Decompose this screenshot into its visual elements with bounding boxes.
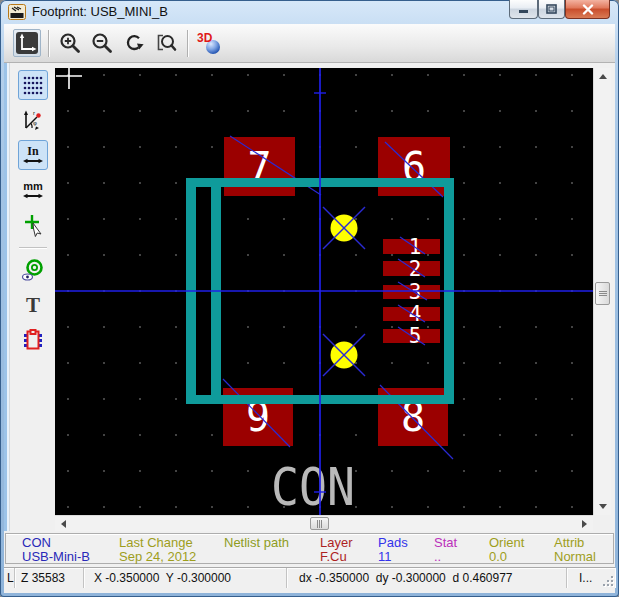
footprint-icon <box>21 328 45 352</box>
grid-dot <box>67 362 68 363</box>
grid-origin-button[interactable] <box>13 29 41 57</box>
grid-dot <box>535 434 536 435</box>
status-cell-relative: dx -0.350000 dy -0.300000 d 0.460977 <box>287 568 567 588</box>
horizontal-scrollbar[interactable] <box>55 515 593 531</box>
pad-number: 4 <box>409 302 422 326</box>
grid-dot <box>103 218 104 219</box>
reference-text[interactable]: CON <box>271 457 355 515</box>
info-label: CON <box>22 535 51 550</box>
editor-canvas[interactable]: 769812345CON <box>55 68 593 515</box>
grid-dot <box>571 362 572 363</box>
grid-dot <box>355 110 356 111</box>
grid-dot <box>499 110 500 111</box>
grid-dot <box>571 110 572 111</box>
zoom-out-button[interactable] <box>88 29 116 57</box>
grid-dot <box>67 470 68 471</box>
sidebar-separator <box>19 247 47 248</box>
info-value: 11 <box>378 549 392 564</box>
minimize-icon <box>519 5 529 14</box>
grid-dot <box>103 182 104 183</box>
redraw-button[interactable] <box>120 29 148 57</box>
units-inch-button[interactable]: In <box>18 140 48 170</box>
grid-dot <box>211 434 212 435</box>
grid-dot <box>247 74 248 75</box>
window-title: Footprint: USB_MINI_B <box>32 0 168 24</box>
grid-dot <box>67 254 68 255</box>
pad-number: 2 <box>409 257 422 281</box>
grid-dot <box>67 218 68 219</box>
grid-dot <box>139 218 140 219</box>
grid-dot <box>175 326 176 327</box>
grid-dot <box>139 110 140 111</box>
minimize-button[interactable] <box>509 0 538 19</box>
vertical-scrollbar[interactable] <box>593 68 611 515</box>
grid-dot <box>391 362 392 363</box>
grid-dot <box>247 110 248 111</box>
grid-dot <box>283 254 284 255</box>
scroll-right-button[interactable] <box>576 516 593 531</box>
polar-coords-icon: r φ <box>21 108 45 132</box>
grid-dot <box>139 74 140 75</box>
horizontal-scroll-thumb[interactable] <box>310 517 329 530</box>
scroll-down-button[interactable] <box>594 498 611 515</box>
grid-dot <box>103 110 104 111</box>
units-inch-icon: In <box>21 143 45 167</box>
status-cell-zoom: Z 35583 <box>15 568 84 588</box>
grid-dot <box>391 110 392 111</box>
grid-dot <box>211 506 212 507</box>
grid-toggle-button[interactable] <box>18 70 48 100</box>
polar-coords-button[interactable]: r φ <box>18 105 48 135</box>
grid-dot <box>571 74 572 75</box>
footprint-viewer-window: Footprint: USB_MINI_B <box>0 0 619 597</box>
canvas-area: 769812345CON <box>55 63 611 531</box>
polar-phi-label: φ <box>33 120 37 126</box>
zoom-fit-button[interactable] <box>152 29 180 57</box>
grid-dot <box>139 146 140 147</box>
grid-dot <box>499 218 500 219</box>
grid-dot <box>175 506 176 507</box>
grid-dot <box>175 74 176 75</box>
cursor-shape-button[interactable] <box>18 210 48 240</box>
scroll-up-button[interactable] <box>594 68 611 85</box>
toolbar-separator <box>48 30 49 57</box>
vertical-scroll-thumb[interactable] <box>595 282 610 305</box>
left-toolbar: r φ In mm <box>4 63 55 531</box>
scroll-left-button[interactable] <box>55 516 72 531</box>
grid-dot <box>535 146 536 147</box>
grid-dot <box>67 182 68 183</box>
grid-dot <box>391 326 392 327</box>
grid-dot <box>427 110 428 111</box>
text-tool-label: T <box>25 293 39 317</box>
grid-dot <box>283 218 284 219</box>
units-in-label: In <box>27 144 39 158</box>
maximize-button[interactable] <box>538 0 565 19</box>
units-mm-button[interactable]: mm <box>18 175 48 205</box>
zoom-in-button[interactable] <box>56 29 84 57</box>
grid-dot <box>499 362 500 363</box>
grid-dot <box>139 254 140 255</box>
grid-dot <box>535 398 536 399</box>
grid-dot <box>355 146 356 147</box>
show-3d-button[interactable]: 3D <box>195 29 223 57</box>
status-bar: LZ 35583X -0.350000 Y -0.300000dx -0.350… <box>4 567 615 588</box>
grid-dot <box>427 326 428 327</box>
titlebar[interactable]: Footprint: USB_MINI_B <box>0 0 619 24</box>
grid-dot <box>175 254 176 255</box>
units-mm-icon: mm <box>21 178 45 202</box>
show-pads-button[interactable] <box>18 255 48 285</box>
grid-dot <box>571 434 572 435</box>
grid-dot <box>571 146 572 147</box>
grid-dot <box>499 254 500 255</box>
grid-dot <box>67 506 68 507</box>
footprint-check-button[interactable] <box>18 325 48 355</box>
toolbar-separator <box>187 30 188 57</box>
grid-dot <box>103 398 104 399</box>
grid-dot <box>463 182 464 183</box>
text-tool-button[interactable]: T <box>18 290 48 320</box>
arrow-up-icon <box>599 74 607 79</box>
redraw-icon <box>122 31 146 55</box>
thumb-grip-icon <box>319 520 320 528</box>
resize-grip[interactable] <box>601 574 613 586</box>
grid-dot <box>175 182 176 183</box>
close-button[interactable] <box>565 0 610 19</box>
